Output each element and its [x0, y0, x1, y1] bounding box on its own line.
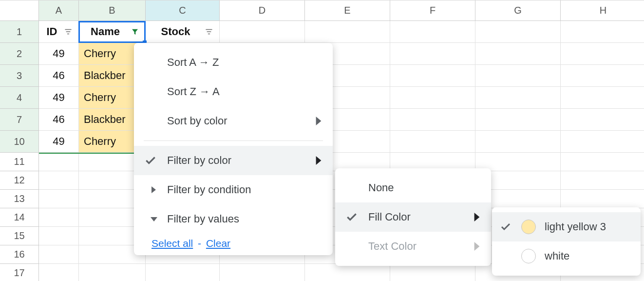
- col-header-e[interactable]: E: [305, 0, 390, 21]
- filter-color-none[interactable]: None: [335, 173, 491, 202]
- header-cell-name[interactable]: Name: [79, 21, 146, 43]
- filter-icon[interactable]: [63, 26, 74, 37]
- cell[interactable]: [39, 190, 79, 208]
- row-header[interactable]: 11: [0, 153, 39, 171]
- header-label: ID: [44, 25, 60, 38]
- row-header[interactable]: 15: [0, 227, 39, 245]
- cell[interactable]: [220, 21, 305, 43]
- cell[interactable]: [475, 131, 561, 153]
- color-option-white[interactable]: white: [492, 241, 641, 271]
- cell[interactable]: [390, 65, 475, 87]
- cell[interactable]: [561, 87, 644, 109]
- cell[interactable]: [390, 43, 475, 65]
- cell-id[interactable]: 46: [39, 65, 79, 87]
- col-header-f[interactable]: F: [390, 0, 475, 21]
- select-all-link[interactable]: Select all: [152, 238, 193, 249]
- cell[interactable]: [475, 109, 561, 131]
- row-header[interactable]: 13: [0, 190, 39, 208]
- check-icon: [345, 210, 359, 224]
- cell[interactable]: [475, 43, 561, 65]
- menu-label: Filter by values: [167, 213, 239, 225]
- cell-id[interactable]: 46: [39, 109, 79, 131]
- color-swatch: [521, 220, 536, 234]
- menu-label: Sort by color: [167, 115, 227, 127]
- cell[interactable]: [561, 131, 644, 153]
- fill-color-list: light yellow 3 white: [492, 207, 641, 276]
- cell[interactable]: [390, 87, 475, 109]
- cell[interactable]: [561, 190, 644, 208]
- cell[interactable]: [39, 264, 79, 281]
- row-header[interactable]: 1: [0, 21, 39, 43]
- cell[interactable]: [475, 21, 561, 43]
- select-all-corner[interactable]: [0, 0, 39, 21]
- col-header-c[interactable]: C: [146, 0, 220, 21]
- row-header[interactable]: 16: [0, 245, 39, 264]
- sort-za[interactable]: Sort Z → A: [134, 77, 333, 106]
- filter-menu: Sort A → Z Sort Z → A Sort by color Filt…: [134, 43, 333, 255]
- col-header-g[interactable]: G: [475, 0, 561, 21]
- cell[interactable]: [39, 208, 79, 227]
- menu-label: Sort Z → A: [167, 85, 220, 98]
- header-cell-stock[interactable]: Stock: [146, 21, 220, 43]
- row-header[interactable]: 3: [0, 65, 39, 87]
- filter-active-icon[interactable]: [130, 26, 140, 37]
- cell-id[interactable]: 49: [39, 87, 79, 109]
- cell[interactable]: [475, 65, 561, 87]
- cell[interactable]: [39, 171, 79, 190]
- cell[interactable]: [561, 171, 644, 190]
- check-icon: [144, 154, 157, 167]
- filter-fill-color[interactable]: Fill Color: [335, 202, 491, 232]
- separator-dash: -: [196, 238, 203, 249]
- menu-label: Filter by color: [167, 154, 231, 167]
- chevron-right-icon: [473, 242, 481, 251]
- col-header-h[interactable]: H: [561, 0, 644, 21]
- cell[interactable]: [305, 21, 390, 43]
- filter-by-condition[interactable]: Filter by condition: [134, 175, 333, 204]
- row-header[interactable]: 7: [0, 109, 39, 131]
- cell[interactable]: [220, 264, 305, 281]
- cell[interactable]: [561, 21, 644, 43]
- col-header-b[interactable]: B: [79, 0, 146, 21]
- cell[interactable]: [146, 264, 220, 281]
- cell[interactable]: [390, 264, 475, 281]
- cell[interactable]: [561, 109, 644, 131]
- cell[interactable]: [39, 245, 79, 264]
- row-header[interactable]: 14: [0, 208, 39, 227]
- cell[interactable]: [561, 65, 644, 87]
- color-swatch: [521, 249, 536, 263]
- separator: [144, 140, 323, 141]
- col-header-d[interactable]: D: [220, 0, 305, 21]
- cell-id[interactable]: 49: [39, 131, 79, 153]
- chevron-right-icon: [314, 117, 323, 125]
- cell[interactable]: [79, 264, 146, 281]
- color-label: white: [545, 250, 569, 262]
- cell[interactable]: [39, 153, 79, 171]
- cell[interactable]: [39, 227, 79, 245]
- col-header-a[interactable]: A: [39, 0, 79, 21]
- cell-id[interactable]: 49: [39, 43, 79, 65]
- triangle-right-icon: [152, 186, 156, 193]
- cell[interactable]: [561, 153, 644, 171]
- cell[interactable]: [475, 87, 561, 109]
- cell[interactable]: [390, 21, 475, 43]
- row-header[interactable]: 2: [0, 43, 39, 65]
- header-cell-id[interactable]: ID: [39, 21, 79, 43]
- filter-by-values[interactable]: Filter by values: [134, 204, 333, 234]
- row-header[interactable]: 10: [0, 131, 39, 153]
- filter-icon[interactable]: [204, 26, 214, 37]
- sort-by-color[interactable]: Sort by color: [134, 106, 333, 136]
- color-option-light-yellow-3[interactable]: light yellow 3: [492, 212, 641, 241]
- sort-az[interactable]: Sort A → Z: [134, 48, 333, 77]
- clear-link[interactable]: Clear: [206, 238, 230, 249]
- row-header[interactable]: 4: [0, 87, 39, 109]
- cell[interactable]: [305, 264, 390, 281]
- menu-label: Filter by condition: [167, 183, 251, 196]
- check-icon: [499, 220, 512, 234]
- filter-text-color[interactable]: Text Color: [335, 232, 491, 261]
- cell[interactable]: [561, 43, 644, 65]
- row-header[interactable]: 12: [0, 171, 39, 190]
- cell[interactable]: [390, 109, 475, 131]
- cell[interactable]: [390, 131, 475, 153]
- filter-by-color[interactable]: Filter by color: [134, 146, 333, 175]
- row-header[interactable]: 17: [0, 264, 39, 281]
